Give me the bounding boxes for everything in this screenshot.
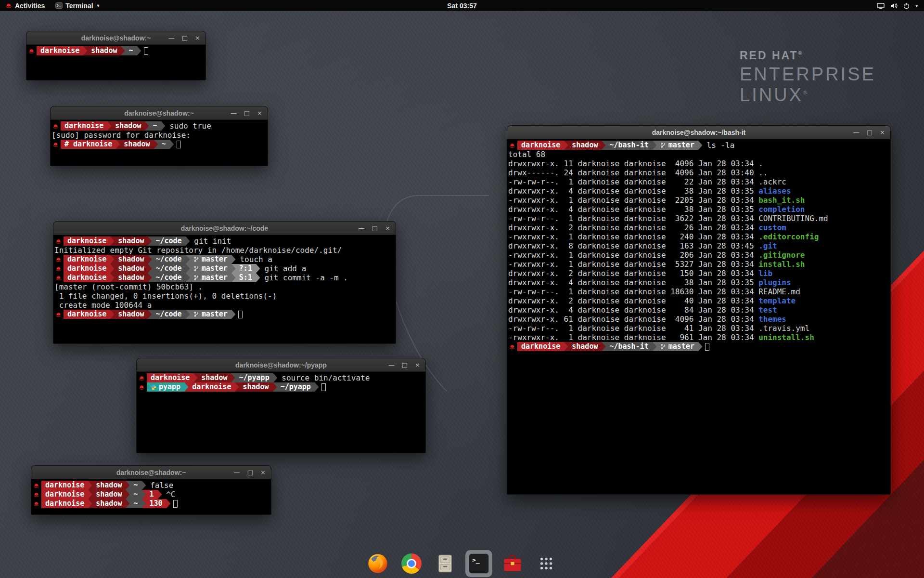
titlebar[interactable]: darknoise@shadow:~/code — □ × <box>53 222 396 235</box>
minimize-button[interactable]: — <box>388 362 395 368</box>
terminal-line: drwxrwxr-x. 8 darknoise darknoise 163 Ja… <box>508 241 890 250</box>
dock-item-files[interactable] <box>432 550 459 577</box>
prompt-segment-path: ~ <box>158 140 170 149</box>
terminal-text: ls -la <box>702 141 734 150</box>
powerline-separator-icon <box>110 236 114 246</box>
powerline-separator-icon <box>116 140 120 149</box>
powerline-separator-icon <box>602 141 605 150</box>
terminal-line: -rwxrwxr-x. 1 darknoise darknoise 5327 J… <box>508 260 890 269</box>
terminal-cursor <box>173 500 178 508</box>
terminal-line: -rw-rw-r--. 1 darknoise darknoise 22 Jan… <box>508 177 890 186</box>
prompt-segment-stat: S:1 <box>235 273 256 282</box>
prompt-segment-user: darknoise <box>64 310 110 319</box>
terminal-text: source bin/activate <box>277 373 370 382</box>
titlebar[interactable]: darknoise@shadow:~ — □ × <box>31 466 271 479</box>
terminal-text: drwxrwxr-x. 8 darknoise darknoise 163 Ja… <box>508 241 758 250</box>
minimize-button[interactable]: — <box>359 225 365 231</box>
redhat-icon <box>54 264 64 273</box>
minimize-button[interactable]: — <box>168 35 175 41</box>
prompt-segment-host: shadow <box>197 373 231 382</box>
terminal-text: -rwxrwxr-x. 1 darknoise darknoise 206 Ja… <box>508 250 758 260</box>
terminal-text: drwxrwxr-x. 61 darknoise darknoise 4096 … <box>508 315 758 324</box>
close-button[interactable]: × <box>260 469 266 475</box>
terminal-text: false <box>146 481 174 490</box>
maximize-button[interactable]: □ <box>372 225 378 231</box>
terminal-text: -rwxrwxr-x. 1 darknoise darknoise 2205 J… <box>508 196 758 205</box>
close-button[interactable]: × <box>257 110 262 116</box>
window-controls: — □ × <box>853 126 885 139</box>
prompt-segment-path: ~/code <box>152 236 185 246</box>
brand-redhat-text: RED HAT <box>740 49 798 62</box>
powerline-separator-icon <box>170 140 174 149</box>
dock-item-software[interactable] <box>499 550 526 577</box>
terminal-body[interactable]: darknoiseshadow~/bash-itmaster ls -latot… <box>507 140 890 494</box>
titlebar[interactable]: darknoise@shadow:~/bash-it — □ × <box>507 126 890 139</box>
powerline-separator-icon <box>126 481 129 490</box>
window-title: darknoise@shadow:~/code <box>181 224 268 232</box>
terminal-text: [master (root-commit) 50bcb63] . <box>54 282 203 291</box>
terminal-body[interactable]: darknoiseshadow~ sudo true[sudo] passwor… <box>51 120 268 166</box>
terminal-line: drwxrwxr-x. 4 darknoise darknoise 38 Jan… <box>508 205 890 214</box>
terminal-line: -rwxrwxr-x. 1 darknoise darknoise 961 Ja… <box>508 333 890 342</box>
terminal-line: darknoiseshadow~/codemaster?:1 git add a <box>54 264 396 273</box>
powerline-separator-icon <box>148 264 152 273</box>
powerline-separator-icon <box>110 273 114 282</box>
close-button[interactable]: × <box>385 225 390 231</box>
terminal-cursor <box>144 47 148 55</box>
prompt-segment-path: ~/code <box>152 255 185 264</box>
chrome-logo <box>401 553 422 574</box>
maximize-button[interactable]: □ <box>402 362 408 368</box>
maximize-button[interactable]: □ <box>867 129 873 135</box>
minimize-button[interactable]: — <box>853 129 860 135</box>
close-button[interactable]: × <box>415 362 420 368</box>
powerline-separator-icon <box>193 373 197 382</box>
titlebar[interactable]: darknoise@shadow:~ — □ × <box>26 31 205 45</box>
maximize-button[interactable]: □ <box>244 110 250 116</box>
app-menu-terminal[interactable]: Terminal ▼ <box>50 0 105 11</box>
terminal-text: drwxrwxr-x. 4 darknoise darknoise 38 Jan… <box>508 278 758 287</box>
directory-name: plugins <box>758 278 791 287</box>
terminal-window-2: darknoise@shadow:~ — □ × darknoiseshadow… <box>50 106 268 166</box>
redhat-icon <box>32 490 41 499</box>
maximize-button[interactable]: □ <box>247 469 253 475</box>
dock-item-chrome[interactable] <box>398 550 425 577</box>
terminal-text: -rw-rw-r--. 1 darknoise darknoise 22 Jan… <box>508 177 786 186</box>
app-menu-label: Terminal <box>65 2 93 10</box>
titlebar[interactable]: darknoise@shadow:~/pyapp — □ × <box>137 358 425 372</box>
terminal-body[interactable]: darknoiseshadow~/pyapp source bin/activa… <box>137 372 425 453</box>
prompt-segment-host: shadow <box>114 255 148 264</box>
terminal-line: total 68 <box>508 150 890 159</box>
rhel-wordmark: RED HAT® ENTERPRISE LINUX® <box>740 49 876 105</box>
prompt-segment-host: shadow <box>239 382 272 392</box>
dock-item-firefox[interactable] <box>364 550 391 577</box>
activities-button[interactable]: Activities <box>0 0 50 11</box>
powerline-separator-icon <box>698 342 702 351</box>
terminal-text: touch a <box>235 255 272 264</box>
terminal-body[interactable]: darknoiseshadow~/code git initInitialize… <box>53 236 396 343</box>
terminal-window-1: darknoise@shadow:~ — □ × darknoiseshadow… <box>26 31 206 80</box>
system-status-area[interactable]: ▾ <box>871 0 924 11</box>
dock-item-show-applications[interactable] <box>533 550 560 577</box>
terminal-line: [sudo] password for darknoise: <box>51 131 268 140</box>
prompt-segment-path: ~/bash-it <box>605 141 652 150</box>
minimize-button[interactable]: — <box>234 469 240 475</box>
terminal-body[interactable]: darknoiseshadow~ <box>26 45 205 80</box>
titlebar[interactable]: darknoise@shadow:~ — □ × <box>51 106 268 120</box>
window-title: darknoise@shadow:~ <box>116 469 186 476</box>
dock-item-terminal[interactable]: >_ <box>465 550 492 577</box>
terminal-line: drwxrwxr-x. 2 darknoise darknoise 26 Jan… <box>508 223 890 232</box>
minimize-button[interactable]: — <box>231 110 237 116</box>
window-title: darknoise@shadow:~ <box>124 109 194 117</box>
terminal-text: drwxrwxr-x. 4 darknoise darknoise 38 Jan… <box>508 186 758 196</box>
terminal-line: darknoiseshadow~/codemaster touch a <box>54 255 396 264</box>
clock[interactable]: Sat 03:57 <box>447 2 476 10</box>
redhat-icon <box>508 342 517 351</box>
close-button[interactable]: × <box>880 129 885 135</box>
powerline-separator-icon <box>273 382 277 392</box>
window-controls: — □ × <box>231 106 262 119</box>
terminal-line: -rwxrwxr-x. 1 darknoise darknoise 2205 J… <box>508 196 890 205</box>
terminal-line: -rw-rw-r--. 1 darknoise darknoise 41 Jan… <box>508 324 890 333</box>
terminal-body[interactable]: darknoiseshadow~ falsedarknoiseshadow~1 … <box>31 480 271 514</box>
maximize-button[interactable]: □ <box>182 35 188 41</box>
close-button[interactable]: × <box>195 35 200 41</box>
